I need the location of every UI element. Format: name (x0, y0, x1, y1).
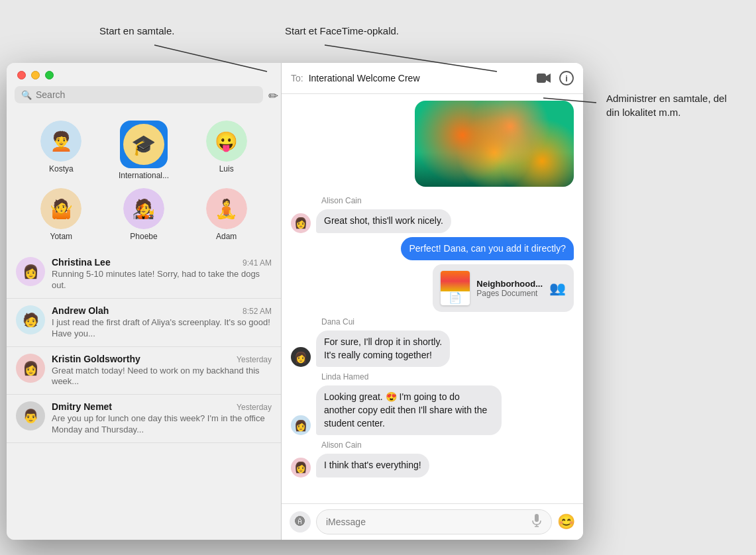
sidebar: 🔍 ✏ 🧑‍🦱 Kostya (7, 63, 282, 540)
pinned-contacts: 🧑‍🦱 Kostya 🎓 International... 😛 L (7, 111, 281, 250)
avatar-kostya: 🧑‍🦱 (40, 121, 81, 162)
message-row-outgoing-1: Perfect! Dana, can you add it directly? (291, 237, 574, 261)
message-row-alison-2: 👩 I think that's everything! (291, 454, 574, 478)
conversation-list: 👩 Christina Lee 9:41 AM Running 5-10 min… (7, 250, 281, 540)
svg-rect-7 (535, 514, 539, 522)
conv-header-andrew: Andrew Olah 8:52 AM (52, 305, 272, 316)
message-row-alison-1: 👩 Great shot, this'll work nicely. (291, 209, 574, 233)
chat-messages: Alison Cain 👩 Great shot, this'll work n… (282, 94, 583, 503)
chat-recipient: Interational Welcome Crew (309, 73, 531, 83)
bubble-alison-2: I think that's everything! (316, 454, 429, 478)
share-icon: 👥 (549, 280, 566, 296)
conv-preview-andrew: I just read the first draft of Aliya's s… (52, 317, 272, 340)
svg-rect-3 (537, 74, 546, 83)
chat-area: To: Interational Welcome Crew i (282, 63, 583, 540)
pages-icon: 📄 (449, 291, 462, 304)
conv-name-kristin: Kristin Goldsworthy (52, 354, 140, 364)
conversation-item-christina[interactable]: 👩 Christina Lee 9:41 AM Running 5-10 min… (7, 250, 281, 299)
avatar-alison-chat-2: 👩 (291, 458, 311, 478)
contact-name-phoebe: Phoebe (130, 232, 157, 241)
avatar-linda-chat: 👩 (291, 415, 311, 435)
sender-label-dana: Dana Cui (321, 317, 574, 327)
message-row-doc: 📄 Neighborhood... Pages Document 👥 (291, 264, 574, 312)
document-bubble[interactable]: 📄 Neighborhood... Pages Document 👥 (433, 264, 574, 312)
contact-name-kostya: Kostya (49, 164, 74, 174)
conv-name-andrew: Andrew Olah (52, 305, 109, 316)
conversation-item-andrew[interactable]: 🧑 Andrew Olah 8:52 AM I just read the fi… (7, 299, 281, 347)
conv-preview-dmitry: Are you up for lunch one day this week? … (52, 413, 272, 436)
conv-header-dmitry: Dmitry Nemet Yesterday (52, 401, 272, 412)
sender-label-alison-2: Alison Cain (321, 440, 574, 450)
avatar-phoebe: 🧑‍🎤 (123, 188, 164, 229)
pinned-row-1: 🧑‍🦱 Kostya 🎓 International... 😛 L (7, 117, 281, 184)
chat-header-icons: i (537, 71, 574, 85)
bubble-alison-1: Great shot, this'll work nicely. (316, 209, 451, 233)
conv-time-andrew: 8:52 AM (243, 307, 272, 316)
search-icon: 🔍 (21, 90, 32, 100)
avatar-adam: 🧘 (206, 188, 247, 229)
app-window: 🔍 ✏ 🧑‍🦱 Kostya (7, 63, 583, 540)
pinned-row-2: 🤷 Yotam 🧑‍🎤 Phoebe 🧘 Adam (7, 184, 281, 245)
avatar-christina: 👩 (16, 257, 45, 286)
annotation-start-conversation: Start en samtale. (99, 25, 174, 36)
annotation-start-facetime: Start et FaceTime-opkald. (285, 25, 399, 36)
conv-content-kristin: Kristin Goldsworthy Yesterday Great matc… (52, 354, 272, 388)
conv-time-kristin: Yesterday (237, 355, 272, 364)
conversation-item-dmitry[interactable]: 👨 Dmitry Nemet Yesterday Are you up for … (7, 395, 281, 443)
search-input[interactable] (36, 89, 256, 100)
pinned-contact-international[interactable]: 🎓 International... (114, 121, 174, 180)
avatar-luis: 😛 (206, 121, 247, 162)
avatar-kristin: 👩 (16, 354, 45, 383)
conv-preview-christina: Running 5-10 minutes late! Sorry, had to… (52, 269, 272, 291)
message-image (415, 101, 574, 187)
message-input-container (316, 509, 552, 534)
pinned-contact-adam[interactable]: 🧘 Adam (197, 188, 256, 241)
contact-name-yotam: Yotam (50, 232, 73, 241)
facetime-button[interactable] (537, 72, 551, 84)
new-conversation-button[interactable]: ✏ (268, 89, 278, 103)
doc-icon-art (441, 271, 470, 291)
conv-name-dmitry: Dmitry Nemet (52, 401, 112, 412)
doc-type: Pages Document (476, 289, 543, 298)
compose-icon: ✏ (268, 89, 278, 103)
bubble-outgoing-1: Perfect! Dana, can you add it directly? (401, 237, 574, 261)
pinned-contact-phoebe[interactable]: 🧑‍🎤 Phoebe (114, 188, 174, 241)
conv-preview-kristin: Great match today! Need to work on my ba… (52, 366, 272, 388)
bubble-linda: Looking great. 😍 I'm going to do another… (316, 385, 502, 435)
traffic-lights (15, 71, 273, 79)
search-bar: 🔍 (15, 86, 263, 103)
avatar-yotam: 🤷 (40, 188, 81, 229)
info-button[interactable]: i (559, 71, 574, 85)
svg-text:i: i (565, 74, 568, 83)
pinned-contact-kostya[interactable]: 🧑‍🦱 Kostya (31, 121, 91, 180)
dictation-icon[interactable] (531, 514, 542, 530)
conv-header-kristin: Kristin Goldsworthy Yesterday (52, 354, 272, 364)
contact-name-adam: Adam (216, 232, 237, 241)
emoji-button[interactable]: 😊 (557, 513, 575, 530)
contact-name-luis: Luis (219, 164, 234, 174)
contact-name-international: International... (119, 171, 169, 180)
apps-button[interactable]: 🅐 (290, 511, 311, 532)
minimize-button[interactable] (31, 71, 40, 79)
doc-icon: 📄 (441, 271, 470, 305)
conversation-item-kristin[interactable]: 👩 Kristin Goldsworthy Yesterday Great ma… (7, 347, 281, 395)
doc-name: Neighborhood... (476, 279, 543, 289)
conv-header-christina: Christina Lee 9:41 AM (52, 257, 272, 268)
doc-info: Neighborhood... Pages Document (476, 279, 543, 298)
annotation-manage: Administrer en samtale, del din lokalite… (606, 91, 739, 119)
pinned-contact-luis[interactable]: 😛 Luis (197, 121, 256, 180)
flower-image (415, 101, 574, 187)
maximize-button[interactable] (45, 71, 54, 79)
conv-name-christina: Christina Lee (52, 257, 111, 268)
close-button[interactable] (17, 71, 26, 79)
pinned-contact-yotam[interactable]: 🤷 Yotam (31, 188, 91, 241)
conv-content-christina: Christina Lee 9:41 AM Running 5-10 minut… (52, 257, 272, 291)
message-row-dana: 👩 For sure, I'll drop it in shortly. It'… (291, 330, 574, 367)
avatar-alison-chat: 👩 (291, 213, 311, 233)
conv-content-andrew: Andrew Olah 8:52 AM I just read the firs… (52, 305, 272, 340)
chat-input-area: 🅐 😊 (282, 503, 583, 540)
avatar-dmitry: 👨 (16, 401, 45, 430)
avatar-dana-chat: 👩 (291, 347, 311, 367)
message-input[interactable] (326, 517, 526, 527)
emoji-icon: 😊 (557, 513, 575, 530)
